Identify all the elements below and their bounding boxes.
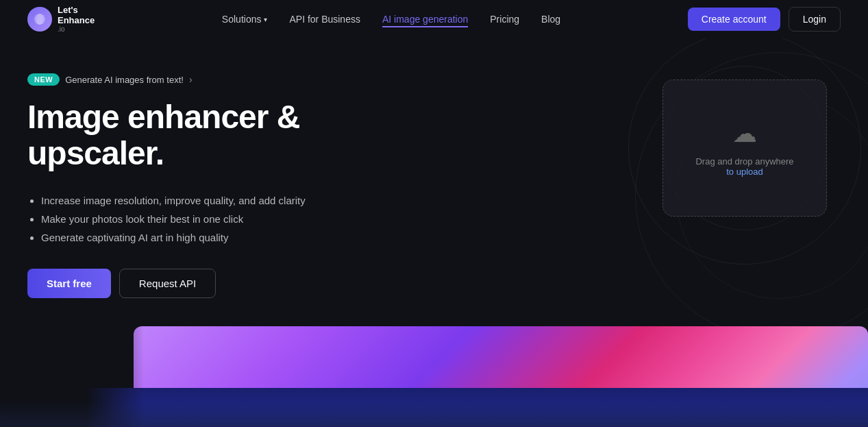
- nav-links: Solutions ▾ API for Business AI image ge…: [222, 13, 560, 25]
- api-label: API for Business: [289, 14, 360, 25]
- badge-new-label: NEW: [27, 73, 60, 86]
- hero-upload-area: ☁ Drag and drop anywhere to upload: [649, 52, 841, 217]
- hero-content: NEW Generate AI images from text! › Imag…: [27, 66, 411, 298]
- hero-buttons: Start free Request API: [27, 269, 411, 298]
- pricing-label: Pricing: [490, 14, 519, 25]
- ai-image-label: AI image generation: [382, 14, 468, 25]
- logo-line1: Let's: [58, 5, 95, 15]
- logo-line2: Enhance: [58, 16, 95, 25]
- hero-bullets: Increase image resolution, improve quali…: [27, 191, 411, 247]
- pricing-link[interactable]: Pricing: [490, 14, 519, 25]
- solutions-label: Solutions: [222, 14, 262, 25]
- svg-point-1: [36, 14, 43, 25]
- nav-item-api[interactable]: API for Business: [289, 13, 360, 25]
- upload-text: Drag and drop anywhere to upload: [695, 156, 793, 177]
- blog-link[interactable]: Blog: [541, 14, 560, 25]
- create-account-button[interactable]: Create account: [688, 8, 780, 31]
- upload-link[interactable]: to upload: [726, 167, 763, 177]
- chevron-down-icon: ▾: [264, 16, 267, 23]
- solutions-link[interactable]: Solutions ▾: [222, 14, 268, 25]
- logo[interactable]: Let's Enhance .io: [27, 5, 95, 33]
- hero-bullet-2: Make your photos look their best in one …: [41, 210, 411, 228]
- hero-bullet-3: Generate captivating AI art in high qual…: [41, 228, 411, 247]
- upload-dropzone[interactable]: ☁ Drag and drop anywhere to upload: [662, 80, 827, 217]
- navbar: Let's Enhance .io Solutions ▾ API for Bu…: [0, 0, 868, 38]
- upload-link-text: to upload: [726, 167, 763, 177]
- bottom-fade: [0, 402, 868, 427]
- ai-image-link[interactable]: AI image generation: [382, 14, 468, 27]
- blog-label: Blog: [541, 14, 560, 25]
- badge-text: Generate AI images from text!: [65, 75, 184, 85]
- logo-icon: [27, 7, 52, 32]
- bottom-showcase: [0, 326, 868, 427]
- hero-title: Image enhancer & upscaler.: [27, 99, 411, 172]
- upload-icon: ☁: [732, 119, 757, 148]
- nav-item-ai-image[interactable]: AI image generation: [382, 13, 468, 25]
- api-link[interactable]: API for Business: [289, 14, 360, 25]
- badge-arrow-icon: ›: [189, 74, 193, 85]
- logo-text: Let's Enhance .io: [58, 5, 95, 33]
- request-api-button[interactable]: Request API: [119, 269, 216, 298]
- nav-item-pricing[interactable]: Pricing: [490, 13, 519, 25]
- hero-section: NEW Generate AI images from text! › Imag…: [0, 38, 868, 313]
- logo-line3: .io: [58, 25, 95, 33]
- new-badge[interactable]: NEW Generate AI images from text! ›: [27, 73, 193, 86]
- drag-drop-text: Drag and drop anywhere: [695, 156, 793, 167]
- nav-item-solutions[interactable]: Solutions ▾: [222, 14, 268, 25]
- hero-bullet-1: Increase image resolution, improve quali…: [41, 191, 411, 210]
- nav-item-blog[interactable]: Blog: [541, 13, 560, 25]
- start-free-button[interactable]: Start free: [27, 269, 111, 298]
- login-button[interactable]: Login: [789, 7, 841, 32]
- nav-actions: Create account Login: [688, 7, 841, 32]
